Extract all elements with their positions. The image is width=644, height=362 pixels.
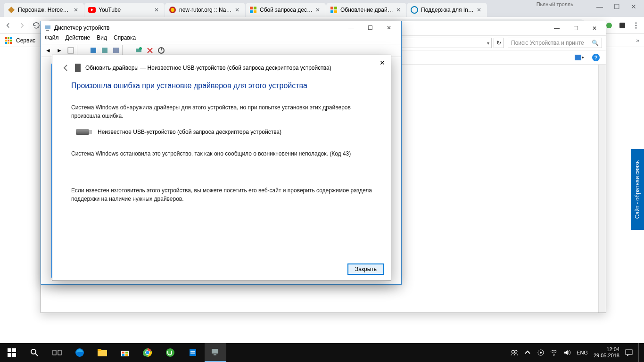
toolbar-icon[interactable] bbox=[111, 45, 121, 56]
reload-icon[interactable] bbox=[32, 21, 41, 30]
action-center-icon[interactable] bbox=[625, 349, 633, 356]
close-icon[interactable]: ✕ bbox=[380, 21, 398, 34]
wizard-text-1: Система Windows обнаружила драйверы для … bbox=[71, 103, 372, 120]
close-icon[interactable]: ✕ bbox=[315, 7, 322, 13]
task-view-icon[interactable] bbox=[46, 343, 68, 362]
uninstall-icon[interactable] bbox=[145, 45, 155, 56]
search-placeholder: Поиск: Устройства и принте bbox=[511, 40, 584, 46]
svg-rect-27 bbox=[8, 42, 9, 44]
back-icon[interactable] bbox=[4, 21, 12, 30]
people-icon[interactable] bbox=[511, 349, 518, 356]
svg-rect-37 bbox=[113, 48, 119, 53]
close-icon[interactable]: ✕ bbox=[235, 7, 241, 13]
scrollbar[interactable] bbox=[598, 65, 606, 313]
maximize-icon[interactable]: ☐ bbox=[608, 3, 625, 10]
search-icon[interactable] bbox=[24, 343, 45, 362]
svg-point-15 bbox=[606, 23, 612, 28]
file-explorer-icon[interactable] bbox=[91, 343, 113, 362]
menu-view[interactable]: Вид bbox=[97, 34, 107, 44]
svg-rect-6 bbox=[254, 7, 256, 9]
browser-tab[interactable]: Поддержка для Inspir ✕ bbox=[407, 3, 487, 17]
apps-icon[interactable] bbox=[5, 37, 12, 44]
settings-app-icon[interactable] bbox=[182, 343, 204, 362]
svg-rect-8 bbox=[254, 10, 256, 13]
taskbar: ENG 12:04 29.05.2018 bbox=[0, 343, 644, 362]
forward-icon[interactable]: ► bbox=[54, 45, 65, 56]
svg-rect-61 bbox=[190, 351, 195, 352]
feedback-tab[interactable]: Сайт - обратная связь bbox=[631, 149, 644, 230]
maximize-icon[interactable]: ☐ bbox=[566, 22, 585, 35]
menu-icon[interactable] bbox=[632, 21, 640, 30]
refresh-icon[interactable]: ↻ bbox=[494, 38, 504, 48]
properties-icon[interactable] bbox=[88, 45, 99, 56]
show-hide-icon[interactable] bbox=[66, 45, 76, 56]
show-desktop[interactable] bbox=[638, 343, 641, 362]
device-manager-icon bbox=[44, 24, 51, 32]
store-icon[interactable] bbox=[114, 343, 136, 362]
device-manager-taskbar-icon[interactable] bbox=[205, 343, 226, 362]
menu-help[interactable]: Справка bbox=[114, 34, 136, 44]
utorrent-icon[interactable] bbox=[159, 343, 181, 362]
close-icon[interactable]: ✕ bbox=[74, 7, 80, 13]
svg-point-45 bbox=[31, 349, 36, 354]
browser-tab[interactable]: YouTube ✕ bbox=[84, 3, 165, 17]
wizard-heading: Произошла ошибка при установке драйверов… bbox=[71, 82, 372, 90]
minimize-icon[interactable]: — bbox=[342, 21, 361, 34]
wizard-breadcrumb: Обновить драйверы — Неизвестное USB-устр… bbox=[85, 65, 331, 71]
minimize-icon[interactable]: — bbox=[591, 3, 608, 10]
browser-tab[interactable]: Сбой запроса дескри ✕ bbox=[246, 3, 326, 17]
maximize-icon[interactable]: ☐ bbox=[361, 21, 380, 34]
svg-rect-47 bbox=[58, 350, 61, 355]
explorer-search-input[interactable]: Поиск: Устройства и принте 🔍 bbox=[508, 38, 602, 48]
svg-point-39 bbox=[139, 47, 142, 50]
svg-rect-26 bbox=[5, 42, 7, 44]
disable-icon[interactable] bbox=[156, 45, 166, 56]
svg-point-18 bbox=[636, 25, 637, 26]
bookmark-item[interactable]: Сервис bbox=[16, 37, 35, 44]
browser-tab[interactable]: new-rutor.org :: Narut ✕ bbox=[165, 3, 245, 17]
svg-rect-10 bbox=[334, 7, 337, 9]
menu-file[interactable]: Файл bbox=[45, 34, 59, 44]
extension-icon[interactable] bbox=[619, 22, 626, 29]
browser-tab[interactable]: Персонаж. HeroesW ✕ bbox=[4, 3, 84, 17]
tray-up-icon[interactable] bbox=[524, 349, 531, 356]
close-icon[interactable]: ✕ bbox=[477, 7, 483, 13]
update-driver-icon[interactable] bbox=[133, 45, 144, 56]
help-icon[interactable]: ? bbox=[592, 53, 600, 62]
svg-point-13 bbox=[411, 7, 418, 13]
view-mode-icon[interactable] bbox=[575, 54, 586, 61]
start-button[interactable] bbox=[1, 343, 23, 362]
svg-rect-21 bbox=[8, 37, 9, 39]
close-icon[interactable]: ✕ bbox=[625, 3, 642, 10]
extension-icon[interactable] bbox=[605, 22, 613, 29]
chrome-icon[interactable] bbox=[137, 343, 158, 362]
chevron-down-icon[interactable]: ▾ bbox=[487, 41, 489, 46]
menu-bar: Файл Действие Вид Справка bbox=[41, 34, 401, 44]
forward-icon[interactable] bbox=[18, 21, 26, 30]
back-icon[interactable] bbox=[62, 64, 70, 72]
close-icon[interactable]: ✕ bbox=[378, 58, 387, 67]
svg-point-65 bbox=[512, 350, 514, 353]
browser-tab[interactable]: Обновление драйвер ✕ bbox=[326, 3, 406, 17]
minimize-icon[interactable]: — bbox=[547, 22, 566, 35]
edge-icon[interactable] bbox=[69, 343, 91, 362]
close-icon[interactable]: ✕ bbox=[154, 7, 161, 13]
menu-action[interactable]: Действие bbox=[66, 34, 91, 44]
volume-icon[interactable] bbox=[563, 349, 571, 356]
clock[interactable]: 12:04 29.05.2018 bbox=[594, 346, 619, 359]
bookmarks-overflow-icon[interactable]: » bbox=[636, 37, 639, 44]
location-icon[interactable] bbox=[537, 349, 545, 356]
close-icon[interactable]: ✕ bbox=[585, 22, 604, 35]
svg-text:?: ? bbox=[594, 55, 598, 60]
language-indicator[interactable]: ENG bbox=[577, 350, 588, 355]
back-icon[interactable]: ◄ bbox=[43, 45, 53, 56]
close-icon[interactable]: ✕ bbox=[396, 7, 403, 13]
scan-icon[interactable] bbox=[99, 45, 110, 56]
separator bbox=[77, 45, 87, 56]
close-button[interactable]: Закрыть bbox=[347, 263, 384, 275]
device-name: Неизвестное USB-устройство (сбой запроса… bbox=[98, 129, 281, 135]
wifi-icon[interactable] bbox=[550, 349, 558, 356]
svg-rect-70 bbox=[626, 350, 632, 354]
update-driver-wizard: ✕ Обновить драйверы — Неизвестное USB-ус… bbox=[52, 55, 391, 281]
svg-rect-41 bbox=[8, 348, 11, 352]
